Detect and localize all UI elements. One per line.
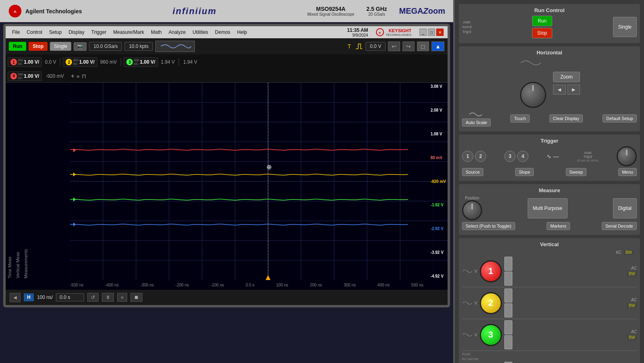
redo-button[interactable]: ↪ xyxy=(402,41,415,51)
svg-text:K: K xyxy=(379,31,382,35)
model-name: MSO9254A xyxy=(307,6,354,12)
ch1-wave-icon xyxy=(462,265,472,277)
date-display: 9/9/2024 xyxy=(347,33,368,37)
clear-display-btn[interactable]: Clear Display xyxy=(549,114,583,122)
t-label-8: 300 ns xyxy=(344,283,356,287)
bookmark-icon[interactable]: ⊓ xyxy=(82,73,86,79)
trig-num-2[interactable]: 2 xyxy=(475,151,486,162)
trig-menu-btn[interactable]: Menu xyxy=(618,168,637,176)
vertical-section: Vertical AC BW V 1 xyxy=(459,238,640,363)
divider2 xyxy=(121,58,121,66)
default-setup-btn[interactable]: Default Setup xyxy=(603,114,637,122)
source-btn[interactable]: Source xyxy=(462,168,483,176)
trigger-icon: T xyxy=(348,43,351,50)
pause-btn[interactable]: ⏸ xyxy=(102,293,114,302)
run-stop-group: Run Stop xyxy=(532,16,553,38)
menu-demos[interactable]: Demos xyxy=(213,29,233,36)
action-btn1[interactable]: ◻ xyxy=(417,41,429,51)
horiz-left-btn[interactable]: ◄ xyxy=(553,85,566,95)
menu-analyze[interactable]: Analyze xyxy=(166,29,188,36)
ch1-vertical-btn[interactable]: 1 xyxy=(480,260,502,282)
ch1-block[interactable]: 1 300DC 1.00 V/ xyxy=(8,57,42,67)
menu-measure[interactable]: Measure/Mark xyxy=(111,29,147,36)
horiz-right-btn[interactable]: ► xyxy=(568,85,580,95)
t-label-2: -300 ns xyxy=(140,283,154,287)
maximize-btn[interactable]: □ xyxy=(428,29,435,36)
digital-btn[interactable]: Digital xyxy=(613,198,637,218)
ch2-ac-bw: AC BW xyxy=(627,298,637,308)
minimize-btn[interactable]: _ xyxy=(419,29,427,36)
touch-btn[interactable]: Touch xyxy=(510,114,529,122)
run-ctrl-run[interactable]: Run xyxy=(532,16,553,26)
auto-scale-btn[interactable]: Auto Scale xyxy=(462,118,491,127)
undo-button[interactable]: ↩ xyxy=(388,41,400,51)
ch1-up-btn[interactable] xyxy=(504,257,512,271)
ch3-block[interactable]: 3 300DC 1.00 V/ xyxy=(124,57,158,67)
ch3-vertical-btn[interactable]: 3 xyxy=(480,324,502,346)
oscilloscope-main: A Agilent Technologies infiniium MSO9254… xyxy=(0,0,455,363)
waveform-display: Time Meas Vertical Meas Measurements xyxy=(6,83,448,280)
channels-bar-1: 1 300DC 1.00 V/ 0.0 V 2 300DC 1.00 V/ 96… xyxy=(6,54,448,70)
trig-num-1[interactable]: 1 xyxy=(462,151,473,162)
trig-num-4[interactable]: 4 xyxy=(517,151,528,162)
run-ctrl-single[interactable]: Single xyxy=(613,17,637,37)
ch3-wave-icon xyxy=(462,329,472,341)
h-indicator: H xyxy=(24,293,34,301)
scroll-left-btn[interactable]: ◄ xyxy=(10,293,21,302)
trigger-nums-2: 3 4 xyxy=(504,151,528,162)
refresh-btn[interactable]: ↺ xyxy=(87,293,99,302)
keysight-name: KEYSIGHT xyxy=(386,28,411,33)
menu-file[interactable]: File xyxy=(10,29,22,36)
ch2-down-btn[interactable] xyxy=(504,303,512,317)
ch3-vertical-row: V 3 AC BW xyxy=(462,320,637,349)
trigger-nums: 1 2 xyxy=(462,151,486,162)
trig-num-3[interactable]: 3 xyxy=(504,151,516,162)
trigger-level-knob[interactable] xyxy=(617,146,637,166)
spec-ghz: 2.5 GHz xyxy=(366,6,387,12)
menu-display[interactable]: Display xyxy=(66,29,87,36)
ch2-vertical-btn[interactable]: 2 xyxy=(480,292,502,314)
menu-setup[interactable]: Setup xyxy=(47,29,64,36)
slope-btn[interactable]: Slope xyxy=(515,168,534,176)
ch4-block[interactable]: 4 300DC 1.00 V/ xyxy=(8,71,42,81)
time-offset-input[interactable] xyxy=(56,293,84,301)
menu-control[interactable]: Control xyxy=(24,29,45,36)
horiz-arrows: ◄ ► xyxy=(553,85,580,95)
horizontal-knob[interactable] xyxy=(520,82,546,108)
stop-button[interactable]: Stop xyxy=(29,42,47,51)
serial-decode-btn[interactable]: Serial Decode xyxy=(602,222,637,230)
run-button[interactable]: Run xyxy=(9,42,26,51)
stop-bottom-btn[interactable]: ⏹ xyxy=(130,293,142,302)
menu-help[interactable]: Help xyxy=(235,29,250,36)
zoom-btn[interactable]: Zoom xyxy=(553,72,580,82)
menu-math[interactable]: Math xyxy=(149,29,164,36)
single-button[interactable]: Single xyxy=(50,42,71,51)
menu-trigger[interactable]: Trigger xyxy=(89,29,109,36)
markers-btn[interactable]: Markers xyxy=(547,222,570,230)
add-icon[interactable]: + xyxy=(71,73,74,80)
ch1-down-btn[interactable] xyxy=(504,272,512,286)
ch3-down-btn[interactable] xyxy=(504,335,512,349)
run-ctrl-stop[interactable]: Stop xyxy=(532,28,553,38)
agilent-text: Agilent Technologies xyxy=(25,8,82,15)
close-btn[interactable]: ✕ xyxy=(436,29,444,36)
sep1 xyxy=(462,287,637,287)
trig-line-icon: — xyxy=(553,153,559,160)
vlabel-6: -1.92 V xyxy=(431,203,446,207)
ch2-up-btn[interactable] xyxy=(504,288,512,303)
ch2-block[interactable]: 2 300DC 1.00 V/ xyxy=(63,57,97,67)
ch3-up-btn[interactable] xyxy=(504,320,512,334)
menu-utilities[interactable]: Utilities xyxy=(190,29,211,36)
position-knob[interactable] xyxy=(462,200,482,220)
action-btn2[interactable]: ▲ xyxy=(431,41,444,51)
keysight-icon: K xyxy=(376,28,384,36)
waveform-shape-selector[interactable] xyxy=(155,41,195,52)
forward-icon[interactable]: » xyxy=(76,73,80,79)
forward-btn[interactable]: » xyxy=(117,293,127,302)
ch3-scale: 1.00 V/ xyxy=(140,59,155,65)
sweep-btn[interactable]: Sweep xyxy=(566,168,587,176)
camera-button[interactable]: 📷 xyxy=(74,42,87,51)
select-btn[interactable]: Select (Push to Toggle) xyxy=(462,222,515,230)
toolbar: Run Stop Single 📷 10.0 GSa/s 10.0 kpts T… xyxy=(6,38,448,54)
multi-purpose-btn[interactable]: Multi Purpose xyxy=(528,198,568,218)
